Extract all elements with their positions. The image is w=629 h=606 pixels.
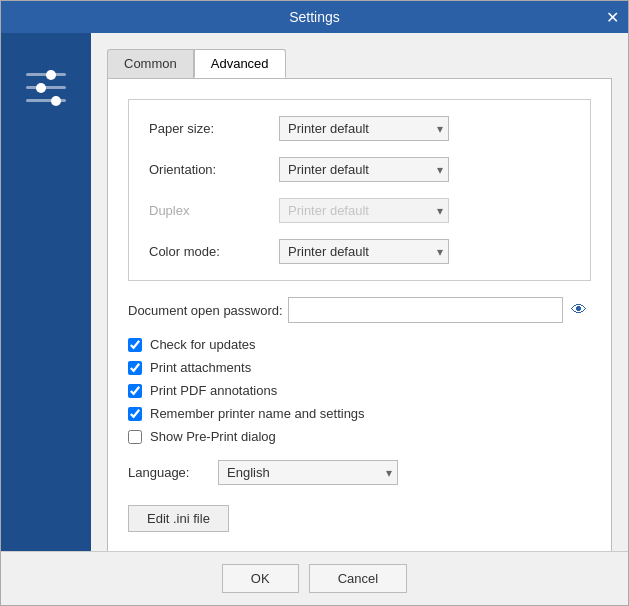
- check-updates-label[interactable]: Check for updates: [150, 337, 256, 352]
- dialog-title: Settings: [289, 9, 340, 25]
- paper-size-select[interactable]: Printer default: [279, 116, 449, 141]
- ok-button[interactable]: OK: [222, 564, 299, 593]
- duplex-select: Printer default: [279, 198, 449, 223]
- dialog-body: Common Advanced Paper size: Printer defa…: [1, 33, 628, 551]
- check-updates-checkbox[interactable]: [128, 338, 142, 352]
- paper-size-label: Paper size:: [149, 121, 279, 136]
- title-bar: Settings ✕: [1, 1, 628, 33]
- tab-advanced[interactable]: Advanced: [194, 49, 286, 78]
- print-pdf-annotations-checkbox[interactable]: [128, 384, 142, 398]
- slider-handle-3: [51, 96, 61, 106]
- slider-line-3: [26, 99, 66, 102]
- color-mode-select[interactable]: Printer default: [279, 239, 449, 264]
- orientation-label: Orientation:: [149, 162, 279, 177]
- tabs: Common Advanced: [107, 49, 612, 78]
- slider-line-1: [26, 73, 66, 76]
- orientation-row: Orientation: Printer default: [149, 157, 570, 182]
- color-mode-select-wrapper: Printer default: [279, 239, 449, 264]
- language-row: Language: English French German Spanish: [128, 460, 591, 485]
- language-select-wrapper: English French German Spanish: [218, 460, 398, 485]
- remember-printer-label[interactable]: Remember printer name and settings: [150, 406, 365, 421]
- slider-row-1: [26, 73, 66, 76]
- print-attachments-checkbox[interactable]: [128, 361, 142, 375]
- duplex-select-wrapper: Printer default: [279, 198, 449, 223]
- duplex-label: Duplex: [149, 203, 279, 218]
- main-content: Common Advanced Paper size: Printer defa…: [91, 33, 628, 551]
- print-pdf-annotations-row: Print PDF annotations: [128, 383, 591, 398]
- cancel-button[interactable]: Cancel: [309, 564, 407, 593]
- color-mode-row: Color mode: Printer default: [149, 239, 570, 264]
- sidebar: [1, 33, 91, 551]
- close-button[interactable]: ✕: [596, 1, 628, 33]
- settings-dialog: Settings ✕: [0, 0, 629, 606]
- orientation-select-wrapper: Printer default: [279, 157, 449, 182]
- print-attachments-label[interactable]: Print attachments: [150, 360, 251, 375]
- slider-handle-1: [46, 70, 56, 80]
- slider-row-3: [26, 99, 66, 102]
- dialog-footer: OK Cancel: [1, 551, 628, 605]
- tab-common[interactable]: Common: [107, 49, 194, 78]
- password-eye-icon[interactable]: 👁: [567, 301, 591, 319]
- orientation-select[interactable]: Printer default: [279, 157, 449, 182]
- duplex-row: Duplex Printer default: [149, 198, 570, 223]
- print-attachments-row: Print attachments: [128, 360, 591, 375]
- checkboxes-section: Check for updates Print attachments Prin…: [128, 337, 591, 444]
- advanced-panel: Paper size: Printer default Orientation:…: [107, 78, 612, 551]
- check-updates-row: Check for updates: [128, 337, 591, 352]
- remember-printer-checkbox[interactable]: [128, 407, 142, 421]
- printer-settings-section: Paper size: Printer default Orientation:…: [128, 99, 591, 281]
- slider-line-2: [26, 86, 66, 89]
- show-preprint-checkbox[interactable]: [128, 430, 142, 444]
- password-input[interactable]: [288, 297, 563, 323]
- paper-size-row: Paper size: Printer default: [149, 116, 570, 141]
- print-pdf-annotations-label[interactable]: Print PDF annotations: [150, 383, 277, 398]
- edit-ini-button[interactable]: Edit .ini file: [128, 505, 229, 532]
- color-mode-label: Color mode:: [149, 244, 279, 259]
- slider-handle-2: [36, 83, 46, 93]
- password-label: Document open password:: [128, 303, 288, 318]
- language-select[interactable]: English French German Spanish: [218, 460, 398, 485]
- password-row: Document open password: 👁: [128, 297, 591, 323]
- paper-size-select-wrapper: Printer default: [279, 116, 449, 141]
- slider-row-2: [26, 86, 66, 89]
- remember-printer-row: Remember printer name and settings: [128, 406, 591, 421]
- show-preprint-row: Show Pre-Print dialog: [128, 429, 591, 444]
- sidebar-sliders: [26, 73, 66, 102]
- language-label: Language:: [128, 465, 218, 480]
- show-preprint-label[interactable]: Show Pre-Print dialog: [150, 429, 276, 444]
